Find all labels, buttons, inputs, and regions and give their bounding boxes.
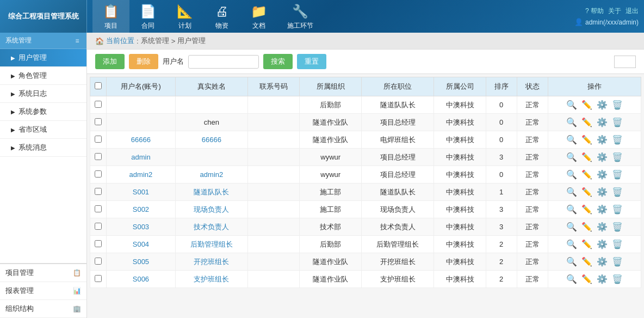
breadcrumb-home[interactable]: 当前位置 (106, 36, 134, 46)
view-icon-7[interactable]: 🔍 (566, 222, 577, 232)
edit-icon-3[interactable]: ✏️ (581, 152, 592, 162)
logout-link[interactable]: 退出 (626, 7, 639, 16)
edit-icon-10[interactable]: ✏️ (581, 274, 592, 284)
row-select-0[interactable] (95, 101, 102, 108)
gear-icon-4[interactable]: ⚙️ (597, 169, 608, 180)
delete-icon-3[interactable]: 🗑️ (612, 152, 623, 162)
gear-icon-3[interactable]: ⚙️ (597, 152, 608, 162)
view-icon-8[interactable]: 🔍 (566, 239, 577, 249)
realname-link-5[interactable]: 隧道队队长 (194, 188, 229, 196)
about-link[interactable]: 关于 (608, 7, 621, 16)
view-icon-4[interactable]: 🔍 (566, 169, 577, 180)
username-link-5[interactable]: S001 (133, 188, 149, 196)
edit-icon-1[interactable]: ✏️ (581, 117, 592, 127)
reset-button[interactable]: 重置 (297, 54, 326, 69)
search-button[interactable]: 搜索 (263, 54, 293, 69)
row-select-7[interactable] (95, 223, 102, 230)
username-link-4[interactable]: admin2 (129, 170, 153, 179)
nav-item-documents[interactable]: 📁 文档 (240, 0, 277, 34)
sidebar-footer-item-org-struct[interactable]: 组织结构 🏢 (0, 300, 86, 318)
gear-icon-9[interactable]: ⚙️ (597, 256, 608, 267)
gear-icon-1[interactable]: ⚙️ (597, 117, 608, 127)
nav-item-construction[interactable]: 🔧 施工环节 (277, 0, 323, 34)
row-select-8[interactable] (95, 240, 102, 247)
realname-link-6[interactable]: 现场负责人 (194, 205, 229, 213)
view-icon-10[interactable]: 🔍 (566, 274, 577, 284)
help-link[interactable]: ? 帮助 (585, 7, 604, 16)
nav-item-project[interactable]: 📋 项目 (92, 0, 129, 34)
nav-item-plan[interactable]: 📐 计划 (166, 0, 203, 34)
delete-icon-0[interactable]: 🗑️ (612, 100, 623, 110)
realname-link-4[interactable]: admin2 (200, 170, 224, 179)
delete-icon-8[interactable]: 🗑️ (612, 239, 623, 249)
edit-icon-8[interactable]: ✏️ (581, 239, 592, 249)
edit-icon-9[interactable]: ✏️ (581, 256, 592, 267)
sidebar-item-region[interactable]: 省市区域 (0, 121, 86, 139)
delete-icon-9[interactable]: 🗑️ (612, 256, 623, 267)
view-icon-9[interactable]: 🔍 (566, 256, 577, 267)
view-icon-0[interactable]: 🔍 (566, 100, 577, 110)
view-icon-1[interactable]: 🔍 (566, 117, 577, 127)
add-button[interactable]: 添加 (95, 54, 125, 69)
cell-status-9: 正常 (517, 253, 548, 271)
gear-icon-0[interactable]: ⚙️ (597, 100, 608, 110)
edit-icon-0[interactable]: ✏️ (581, 100, 592, 110)
realname-link-7[interactable]: 技术负责人 (194, 223, 229, 231)
select-all-checkbox[interactable] (95, 82, 102, 89)
row-select-2[interactable] (95, 136, 102, 143)
view-icon-6[interactable]: 🔍 (566, 204, 577, 215)
edit-icon-7[interactable]: ✏️ (581, 222, 592, 232)
realname-link-8[interactable]: 后勤管理组长 (190, 240, 233, 248)
edit-icon-4[interactable]: ✏️ (581, 169, 592, 180)
username-link-2[interactable]: 66666 (131, 136, 151, 144)
gear-icon-6[interactable]: ⚙️ (597, 204, 608, 215)
gear-icon-8[interactable]: ⚙️ (597, 239, 608, 249)
view-icon-2[interactable]: 🔍 (566, 134, 577, 145)
gear-icon-5[interactable]: ⚙️ (597, 187, 608, 197)
row-select-3[interactable] (95, 153, 102, 160)
row-select-9[interactable] (95, 258, 102, 265)
username-link-8[interactable]: S004 (133, 240, 149, 248)
sidebar-footer-item-report-mgmt[interactable]: 报表管理 📊 (0, 282, 86, 300)
row-select-10[interactable] (95, 275, 102, 282)
realname-link-2[interactable]: 66666 (202, 136, 221, 144)
sidebar-item-user-mgmt[interactable]: 用户管理 (0, 49, 86, 67)
delete-icon-7[interactable]: 🗑️ (612, 222, 623, 232)
page-input[interactable]: 2 (614, 56, 636, 68)
sidebar-item-system-msg[interactable]: 系统消息 (0, 139, 86, 157)
gear-icon-10[interactable]: ⚙️ (597, 274, 608, 284)
row-select-4[interactable] (95, 170, 102, 178)
delete-button[interactable]: 删除 (129, 54, 158, 69)
sidebar-item-role-mgmt[interactable]: 角色管理 (0, 67, 86, 85)
gear-icon-2[interactable]: ⚙️ (597, 134, 608, 145)
sidebar-item-system-log[interactable]: 系统日志 (0, 85, 86, 103)
gear-icon-7[interactable]: ⚙️ (597, 222, 608, 232)
username-link-9[interactable]: S005 (133, 258, 149, 266)
sidebar-footer-item-project-mgmt[interactable]: 项目管理 📋 (0, 264, 86, 282)
realname-link-10[interactable]: 支护班组长 (194, 275, 229, 283)
edit-icon-6[interactable]: ✏️ (581, 204, 592, 215)
edit-icon-2[interactable]: ✏️ (581, 134, 592, 145)
view-icon-3[interactable]: 🔍 (566, 152, 577, 162)
username-link-7[interactable]: S003 (133, 223, 149, 231)
nav-item-contract[interactable]: 📄 合同 (129, 0, 166, 34)
delete-icon-10[interactable]: 🗑️ (612, 274, 623, 284)
sidebar-item-system-params[interactable]: 系统参数 (0, 103, 86, 121)
username-link-6[interactable]: S002 (133, 205, 149, 213)
username-link-10[interactable]: S006 (133, 275, 149, 283)
edit-icon-5[interactable]: ✏️ (581, 187, 592, 197)
username-link-3[interactable]: admin (131, 153, 150, 161)
delete-icon-1[interactable]: 🗑️ (612, 117, 623, 127)
row-select-5[interactable] (95, 188, 102, 195)
realname-link-9[interactable]: 开挖班组长 (194, 258, 229, 266)
nav-item-materials[interactable]: 🖨 物资 (203, 0, 240, 34)
search-input[interactable] (188, 55, 259, 69)
delete-icon-4[interactable]: 🗑️ (612, 169, 623, 180)
delete-icon-5[interactable]: 🗑️ (612, 187, 623, 197)
row-select-1[interactable] (95, 118, 102, 125)
sidebar-collapse-icon[interactable]: ≡ (73, 37, 81, 45)
row-select-6[interactable] (95, 205, 102, 212)
view-icon-5[interactable]: 🔍 (566, 187, 577, 197)
delete-icon-2[interactable]: 🗑️ (612, 134, 623, 145)
delete-icon-6[interactable]: 🗑️ (612, 204, 623, 215)
